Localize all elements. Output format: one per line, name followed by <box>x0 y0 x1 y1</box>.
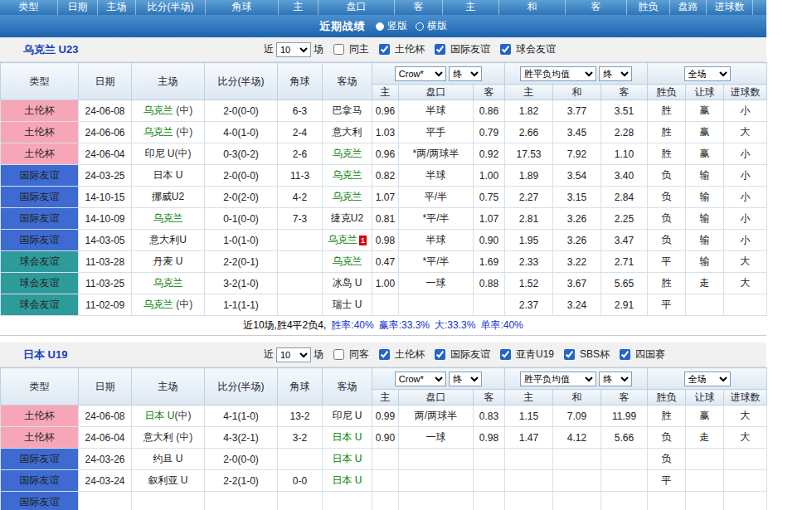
europe-away-odds <box>601 470 648 492</box>
match-type-cell: 土伦杯 <box>1 100 79 122</box>
column-subheader: 盘口 <box>399 390 474 406</box>
result-cell: 负 <box>648 427 686 449</box>
match-type-cell: 国际友谊 <box>1 208 79 230</box>
home-team-name[interactable]: 挪威U2 <box>152 191 184 202</box>
europe-odds-select[interactable]: 胜平负均值 <box>520 66 596 81</box>
score-cell: 4-3(2-1) <box>205 427 278 449</box>
away-team-name[interactable]: 捷克U2 <box>331 212 363 224</box>
filter-checkbox[interactable] <box>435 349 445 360</box>
away-team-name[interactable]: 日本 U <box>333 453 362 464</box>
handicap-cell: 一球 <box>399 273 474 294</box>
handicap-result-cell <box>686 294 724 316</box>
goals-result-cell: 大 <box>724 273 767 294</box>
column-subheader: 让球 <box>686 390 724 406</box>
filter-checkbox[interactable] <box>564 349 575 360</box>
filter-checkbox[interactable] <box>333 349 344 360</box>
away-team-name[interactable]: 瑞士 U <box>333 299 362 310</box>
filter-checkbox[interactable] <box>379 44 390 55</box>
result-cell: 胜 <box>648 100 686 122</box>
match-row: 国际友谊24-03-25日本 U2-0(0-0)11-3乌克兰0.82半球1.0… <box>1 165 767 187</box>
home-team-name[interactable]: 日本 U <box>153 169 183 181</box>
home-team-name[interactable]: 约旦 U <box>153 453 183 464</box>
top-header-col: 主场 <box>98 0 136 15</box>
home-team-name[interactable]: 叙利亚 U <box>148 474 188 486</box>
away-team-name[interactable]: 乌克兰 <box>333 169 362 181</box>
home-team-name[interactable]: 意大利 <box>143 431 173 443</box>
filter-checkbox[interactable] <box>435 44 445 55</box>
away-team-name[interactable]: 日本 U <box>333 474 362 486</box>
layout-radio-option[interactable]: 横版 <box>416 19 447 33</box>
away-team-name[interactable]: 印尼 U <box>333 410 362 421</box>
filter-matches-label: 场 <box>314 42 323 56</box>
goals-result-cell: 小 <box>724 143 767 165</box>
score-cell: 1-1(1-1) <box>205 294 278 316</box>
bookmaker-select[interactable]: Crow* <box>395 372 446 386</box>
home-team-name[interactable]: 乌克兰 <box>153 212 183 224</box>
filter-checkbox[interactable] <box>500 44 511 55</box>
top-header-col: 日期 <box>58 0 98 15</box>
column-header: 比分(半场) <box>205 368 278 406</box>
column-header: 角球 <box>278 368 323 406</box>
match-type-cell: 球会友谊 <box>1 273 79 294</box>
home-team-name[interactable]: 乌克兰 <box>143 104 173 116</box>
column-subheader: 让球 <box>686 85 724 100</box>
column-header: 主场 <box>132 368 205 406</box>
away-team-name[interactable]: 乌克兰 <box>333 148 362 159</box>
home-team-name[interactable]: 乌克兰 <box>153 277 183 289</box>
match-count-select[interactable]: 10 <box>276 347 311 362</box>
top-header-col: 和 <box>499 0 566 15</box>
away-team-name[interactable]: 乌克兰 <box>333 255 362 267</box>
result-cell: 胜 <box>648 406 686 427</box>
away-team-name[interactable]: 意大利 <box>333 126 362 138</box>
away-team-name[interactable]: 日本 U <box>333 431 362 443</box>
europe-draw-odds: 7.09 <box>553 406 601 427</box>
column-header: 类型 <box>1 368 79 406</box>
away-team-name[interactable]: 冰岛 U <box>333 277 362 289</box>
result-scope-header: 全场 <box>648 368 767 390</box>
away-team-name[interactable]: 巴拿马 <box>333 104 362 116</box>
europe-time-select[interactable]: 终 <box>599 372 632 386</box>
filter-checkbox[interactable] <box>500 349 511 360</box>
europe-draw-odds: 3.22 <box>553 251 601 273</box>
corner-cell <box>278 251 323 273</box>
away-team-name[interactable]: 乌克兰 <box>333 191 362 202</box>
bookmaker-select[interactable]: Crow* <box>395 66 446 81</box>
odds-time-select[interactable]: 终 <box>449 372 482 386</box>
match-date-cell: 24-06-04 <box>79 143 132 165</box>
match-type-cell: 土伦杯 <box>1 427 79 449</box>
europe-away-odds: 5.65 <box>601 273 648 294</box>
match-type-cell: 球会友谊 <box>1 251 79 273</box>
filter-checkbox[interactable] <box>620 349 630 360</box>
europe-odds-select[interactable]: 胜平负均值 <box>520 372 596 386</box>
home-team-name[interactable]: 丹麦 U <box>153 255 183 267</box>
handicap-result-cell: 输 <box>686 165 724 187</box>
filter-checkbox[interactable] <box>333 44 344 55</box>
layout-radio-option[interactable]: 竖版 <box>376 19 407 33</box>
scope-select[interactable]: 全场 <box>684 372 731 386</box>
top-header-col: 客 <box>566 0 627 15</box>
europe-time-select[interactable]: 终 <box>599 66 632 81</box>
handicap-result-cell: 赢 <box>686 122 724 143</box>
handicap-home-odds: 0.90 <box>372 427 399 449</box>
scope-select[interactable]: 全场 <box>684 66 731 81</box>
home-team-name[interactable]: 印尼 U <box>145 148 175 159</box>
column-subheader: 和 <box>553 390 601 406</box>
europe-home-odds <box>505 449 553 470</box>
filter-checkbox[interactable] <box>379 349 390 360</box>
score-cell: 3-2(1-0) <box>205 273 278 294</box>
europe-home-odds: 1.95 <box>505 230 553 251</box>
home-team-name[interactable]: 乌克兰 <box>143 126 173 138</box>
result-cell: 负 <box>648 187 686 208</box>
europe-home-odds: 1.47 <box>505 427 553 449</box>
filter-checkbox-label: SBS杯 <box>580 347 610 362</box>
neutral-ground-note: (中) <box>175 148 192 159</box>
away-team-name[interactable]: 乌克兰 <box>328 234 357 245</box>
home-team-name[interactable]: 意大利U <box>149 234 187 245</box>
home-team-name[interactable]: 日本 U <box>145 410 175 421</box>
europe-home-odds: 2.66 <box>505 122 553 143</box>
odds-time-select[interactable]: 终 <box>449 66 482 81</box>
handicap-result-cell: 输 <box>686 187 724 208</box>
handicap-cell <box>399 449 474 470</box>
home-team-name[interactable]: 乌克兰 <box>143 299 173 310</box>
match-count-select[interactable]: 10 <box>276 42 311 57</box>
